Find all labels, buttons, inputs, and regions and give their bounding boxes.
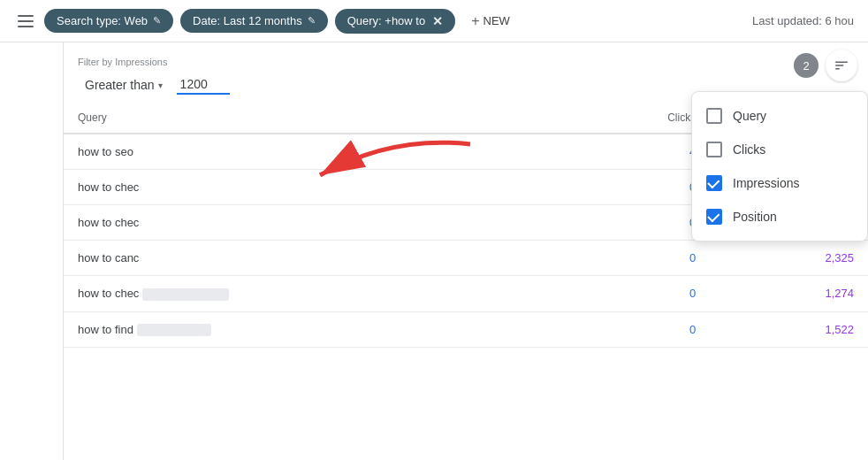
content-area: 2 Filter by Impressions Greater than ▾ — [64, 42, 868, 460]
new-button[interactable]: + NEW — [462, 8, 519, 34]
table-row: how to chec 01,274 — [64, 276, 868, 312]
table-row: how to find 01,522 — [64, 311, 868, 348]
cell-query: how to canc — [64, 241, 553, 276]
top-bar: Search type: Web ✎ Date: Last 12 months … — [0, 0, 868, 42]
filter-by-impressions-label: Filter by Impressions — [78, 57, 230, 67]
cell-clicks: 0 — [553, 311, 710, 348]
search-type-filter[interactable]: Search type: Web ✎ — [44, 9, 173, 33]
column-option-impressions[interactable]: Impressions — [692, 166, 867, 200]
cell-query: how to chec — [64, 276, 553, 312]
columns-panel: Query Clicks Impressions Position — [691, 91, 868, 242]
cell-impressions: 2,325 — [710, 241, 868, 276]
main-area: 2 Filter by Impressions Greater than ▾ — [0, 42, 868, 460]
filter-operator-dropdown[interactable]: Greater than ▾ — [78, 74, 170, 96]
query-text: how to find — [78, 323, 133, 336]
checkbox-clicks[interactable] — [706, 142, 722, 157]
cell-query: how to seo — [64, 134, 553, 170]
chevron-down-icon: ▾ — [158, 80, 163, 90]
column-label-impressions: Impressions — [733, 176, 799, 190]
col-header-clicks: Clicks — [553, 103, 710, 134]
column-option-query[interactable]: Query — [692, 99, 867, 133]
column-label-position: Position — [733, 210, 777, 224]
last-updated: Last updated: 6 hou — [752, 14, 854, 27]
edit-icon-date: ✎ — [308, 15, 316, 27]
cell-clicks: 0 — [553, 205, 710, 241]
column-option-position[interactable]: Position — [692, 200, 867, 234]
filter-controls: Greater than ▾ — [78, 74, 230, 96]
cell-query: how to chec — [64, 205, 553, 241]
column-label-clicks: Clicks — [733, 142, 765, 157]
query-filter[interactable]: Query: +how to ✕ — [335, 9, 456, 34]
hamburger-icon[interactable] — [14, 12, 37, 31]
close-icon[interactable]: ✕ — [432, 14, 443, 28]
checkbox-impressions[interactable] — [706, 175, 722, 191]
plus-icon: + — [471, 13, 479, 29]
checkbox-query[interactable] — [706, 108, 722, 124]
cell-query: how to chec — [64, 170, 553, 205]
sidebar — [0, 42, 64, 460]
col-header-query: Query — [64, 103, 553, 134]
new-label: NEW — [483, 14, 510, 27]
query-text: how to chec — [78, 287, 139, 300]
cell-query: how to find — [64, 311, 553, 348]
cell-impressions: 1,522 — [710, 311, 868, 348]
filter-value-input[interactable] — [177, 75, 230, 95]
query-label: Query: +how to — [347, 14, 426, 27]
cell-clicks: 0 — [553, 170, 710, 205]
checkbox-position[interactable] — [706, 209, 722, 225]
column-option-clicks[interactable]: Clicks — [692, 133, 867, 166]
search-type-label: Search type: Web — [57, 14, 148, 27]
date-filter[interactable]: Date: Last 12 months ✎ — [180, 9, 328, 33]
table-row: how to canc02,325 — [64, 241, 868, 276]
filter-operator-label: Greater than — [85, 78, 155, 92]
cell-impressions: 1,274 — [710, 276, 868, 312]
date-label: Date: Last 12 months — [193, 14, 302, 27]
cell-clicks: 4 — [553, 134, 710, 170]
column-label-query: Query — [733, 109, 766, 123]
cell-clicks: 0 — [553, 241, 710, 276]
edit-icon: ✎ — [153, 15, 161, 27]
cell-clicks: 0 — [553, 276, 710, 312]
